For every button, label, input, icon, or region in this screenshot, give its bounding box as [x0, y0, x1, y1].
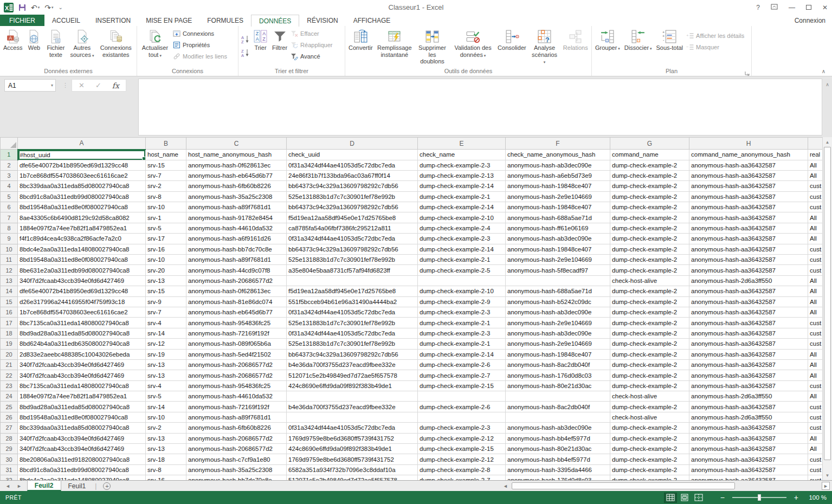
row-header-10[interactable]: 10	[1, 244, 18, 254]
collapse-ribbon-button[interactable]: ∧	[822, 68, 825, 74]
cell-D20[interactable]: bb64373c94c329a13609798292c7db56	[287, 349, 418, 359]
analyse-scenarios-button[interactable]: ? Analyse scénarios	[528, 27, 561, 67]
cell-A22[interactable]: 340f7d2fcaab43ccb394e0fd6d427469	[18, 370, 146, 380]
connexions-existantes-button[interactable]: Connexions existantes	[96, 27, 136, 67]
horizontal-scroll-thumb[interactable]	[512, 482, 735, 489]
dissocier-button[interactable]: Dissocier	[622, 27, 654, 67]
cell-H5[interactable]: anonymous-hash-aa36432587	[689, 191, 808, 202]
horizontal-scrollbar[interactable]: ◄ ►	[499, 482, 821, 490]
cell-A1[interactable]: #host_uuid	[18, 150, 146, 160]
cell-H2[interactable]: anonymous-hash-aa36432587	[689, 160, 808, 170]
cell-I11[interactable]: cust	[808, 255, 823, 265]
cell-D24[interactable]	[287, 391, 418, 402]
trier-button[interactable]: ZAAZ Trier	[251, 27, 270, 67]
cell-F16[interactable]: anonymous-hash-ab3dec090e	[506, 307, 610, 317]
cell-E2[interactable]: dump-check-example-2-3	[418, 160, 506, 170]
maximize-button[interactable]	[806, 4, 811, 11]
cell-A13[interactable]: 340f7d2fcaab43ccb394e0fd6d427469	[18, 275, 146, 286]
cell-G12[interactable]: dump-check-example-2	[610, 265, 689, 275]
cell-F10[interactable]: anonymous-hash-19848ce407	[506, 244, 610, 254]
cell-H25[interactable]: anonymous-hash-aa36432587	[689, 402, 808, 412]
row-header-20[interactable]: 20	[1, 349, 18, 359]
cell-C8[interactable]: anonymous-hash-44610da532	[186, 223, 287, 233]
cell-A3[interactable]: 1b7ce868df5547038603eec61616cae2	[18, 170, 146, 180]
cell-C9[interactable]: anonymous-hash-a6f9161d26	[186, 234, 287, 244]
cell-B25[interactable]: srv-14	[146, 402, 186, 412]
cell-G3[interactable]: dump-check-example-2	[610, 170, 689, 180]
cell-A8[interactable]: 1884e097f2a74ee7b82f1a8479852ea1	[18, 223, 146, 233]
cell-H19[interactable]: anonymous-hash-aa36432587	[689, 339, 808, 349]
row-header-21[interactable]: 21	[1, 359, 18, 370]
cell-H31[interactable]: anonymous-hash-aa36432587	[689, 464, 808, 475]
scroll-up-icon[interactable]: ▲	[823, 138, 831, 146]
masquer-button[interactable]: − Masquer	[686, 42, 744, 52]
cell-E5[interactable]: dump-check-example-2-1	[418, 191, 506, 202]
modifier-les-liens-button[interactable]: Modifier les liens	[173, 51, 227, 61]
row-header-27[interactable]: 27	[1, 423, 18, 433]
row-header-23[interactable]: 23	[1, 380, 18, 391]
cell-F32[interactable]: anonymous-hash-176d0d8c03	[506, 475, 610, 480]
row-header-28[interactable]: 28	[1, 433, 18, 443]
cell-E19[interactable]: dump-check-example-2-1	[418, 339, 506, 349]
cell-B30[interactable]: srv-18	[146, 454, 186, 464]
row-header-6[interactable]: 6	[1, 202, 18, 212]
tab-revision[interactable]: RÉVISION	[299, 15, 345, 26]
tab-mise-en-page[interactable]: MISE EN PAGE	[138, 15, 199, 26]
cell-H24[interactable]: anonymous-hash-2d6a3ff550	[689, 391, 808, 402]
cell-B28[interactable]: srv-13	[146, 433, 186, 443]
ribbon-display-options-button[interactable]	[771, 4, 778, 11]
cell-I30[interactable]: cust	[808, 454, 823, 464]
cell-H23[interactable]: anonymous-hash-aa36432587	[689, 380, 808, 391]
cell-D11[interactable]: 525e131883b1d7c7c30901fef78e992b	[287, 255, 418, 265]
cell-C7[interactable]: anonymous-hash-91782e8454	[186, 212, 287, 223]
cell-D21[interactable]: b4e36da700f3755d237eacd9fbee332e	[287, 359, 418, 370]
cell-D10[interactable]: bb64373c94c329a13609798292c7db56	[287, 244, 418, 254]
vertical-scroll-thumb[interactable]	[824, 147, 831, 460]
cell-E11[interactable]: dump-check-example-2-1	[418, 255, 506, 265]
cell-F11[interactable]: anonymous-hash-2e9e104669	[506, 255, 610, 265]
tab-affichage[interactable]: AFFICHAGE	[346, 15, 398, 26]
validation-des-donnees-button[interactable]: Validation des données	[450, 27, 495, 67]
minimize-button[interactable]: —	[789, 4, 795, 11]
cell-D25[interactable]: b4e36da700f3755d237eacd9fbee332e	[287, 402, 418, 412]
cell-G27[interactable]: dump-check-example-2	[610, 423, 689, 433]
cell-C31[interactable]: anonymous-hash-35a25c2308	[186, 464, 287, 475]
cell-E27[interactable]: dump-check-example-2-3	[418, 423, 506, 433]
cell-F29[interactable]: anonymous-hash-80e21d30ac	[506, 444, 610, 454]
cell-F22[interactable]: anonymous-hash-176d0d8c03	[506, 370, 610, 380]
cell-E1[interactable]: check_name	[418, 150, 506, 160]
cell-H10[interactable]: anonymous-hash-aa36432587	[689, 244, 808, 254]
cell-C4[interactable]: anonymous-hash-6fb60b8226	[186, 181, 287, 191]
cell-A31[interactable]: 8bcd91c8a0a311edb99d080027940ca8	[18, 464, 146, 475]
sort-descending-button[interactable]: ZA	[241, 48, 250, 60]
cell-G7[interactable]: dump-check-example-2	[610, 212, 689, 223]
fichier-texte-button[interactable]: Fichier texte	[43, 27, 68, 67]
cell-C23[interactable]: anonymous-hash-954836fc25	[186, 380, 287, 391]
cell-F3[interactable]: anonymous-hash-a6eb5d73e9	[506, 170, 610, 180]
cell-F5[interactable]: anonymous-hash-2e9e104669	[506, 191, 610, 202]
scroll-right-icon[interactable]: ►	[822, 482, 830, 490]
cell-A24[interactable]: 1884e097f2a74ee7b82f1a8479852ea1	[18, 391, 146, 402]
page-layout-view-button[interactable]	[678, 493, 691, 503]
cell-F31[interactable]: anonymous-hash-3395da4466	[506, 464, 610, 475]
cell-H32[interactable]: anonymous-hash-aa36432587	[689, 475, 808, 480]
cell-H21[interactable]: anonymous-hash-aa36432587	[689, 359, 808, 370]
cell-B18[interactable]: srv-14	[146, 328, 186, 338]
cell-A14[interactable]: dfe65e40072b41b8950ed69d1329cc48	[18, 286, 146, 296]
cell-G23[interactable]: dump-check-example-2	[610, 380, 689, 391]
cell-H15[interactable]: anonymous-hash-aa36432587	[689, 296, 808, 307]
cell-B3[interactable]: srv-7	[146, 170, 186, 180]
next-sheet-icon[interactable]: ►	[17, 483, 22, 489]
cell-D1[interactable]: check_uuid	[287, 150, 418, 160]
row-header-2[interactable]: 2	[1, 160, 18, 170]
row-header-12[interactable]: 12	[1, 265, 18, 275]
cancel-entry-icon[interactable]: ✕	[79, 81, 85, 89]
cell-I5[interactable]: cust	[808, 191, 823, 202]
cell-H11[interactable]: anonymous-hash-aa36432587	[689, 255, 808, 265]
cell-B27[interactable]: srv-2	[146, 423, 186, 433]
cell-G16[interactable]: dump-check-example-2	[610, 307, 689, 317]
normal-view-button[interactable]	[664, 493, 677, 503]
cell-C3[interactable]: anonymous-hash-eb645d6b77	[186, 170, 287, 180]
page-break-view-button[interactable]	[692, 493, 705, 503]
cell-C20[interactable]: anonymous-hash-5ed4f21502	[186, 349, 287, 359]
